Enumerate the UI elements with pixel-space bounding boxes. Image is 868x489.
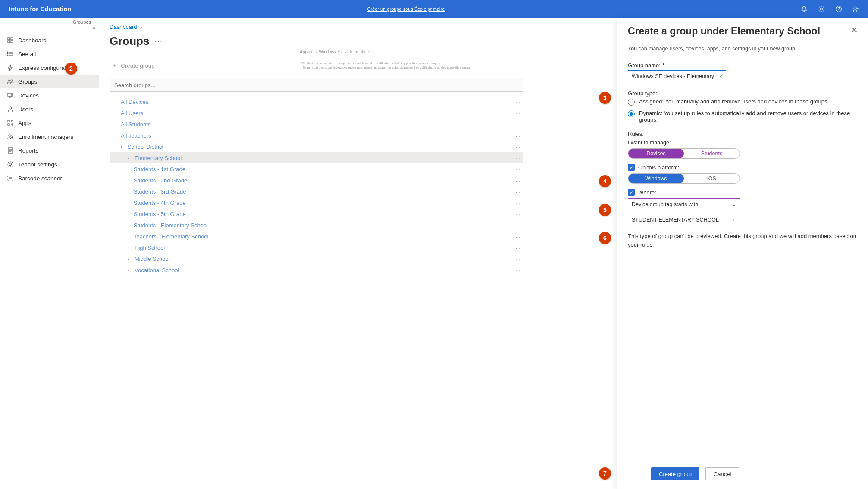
bell-icon[interactable] xyxy=(801,6,808,13)
row-more-icon[interactable]: ··· xyxy=(513,98,521,106)
tree-row[interactable]: Students - Elementary School··· xyxy=(110,219,523,231)
svg-point-12 xyxy=(7,55,8,56)
row-more-icon[interactable]: ··· xyxy=(513,233,521,240)
row-more-icon[interactable]: ··· xyxy=(513,222,521,229)
plus-icon: ＋ xyxy=(111,62,117,69)
sidebar-item-dashboard[interactable]: Dashboard xyxy=(0,33,99,47)
platform-windows-option[interactable]: Windows xyxy=(628,174,684,183)
chevron-right-icon: › xyxy=(128,267,132,273)
apps-icon xyxy=(7,119,14,126)
tree-row[interactable]: Students - 2nd Grade··· xyxy=(110,175,523,186)
tree-row[interactable]: Students - 5th Grade··· xyxy=(110,208,523,219)
manage-students-option[interactable]: Students xyxy=(684,149,740,158)
row-more-icon[interactable]: ··· xyxy=(513,255,521,263)
svg-rect-18 xyxy=(8,120,9,122)
radio-dynamic-label: Dynamic: You set up rules to automatical… xyxy=(639,110,858,123)
tree-row-label: Elementary School xyxy=(135,155,182,161)
manage-devices-option[interactable]: Devices xyxy=(628,149,684,158)
breadcrumb-link[interactable]: Dashboard xyxy=(110,24,137,30)
gear-icon[interactable] xyxy=(818,6,825,13)
sidebar-item-label: Users xyxy=(18,106,33,113)
row-more-icon[interactable]: ··· xyxy=(513,199,521,207)
where-value-dropdown[interactable]: STUDENT-ELEMENTARY-SCHOOL ✓ xyxy=(628,214,740,226)
radio-assigned[interactable]: Assigned: You manually add and remove us… xyxy=(628,98,858,106)
tree-row[interactable]: ›School District··· xyxy=(110,141,523,152)
callout-3: 3 xyxy=(599,92,611,104)
group-name-input[interactable] xyxy=(628,70,726,82)
create-group-button[interactable]: ＋ Create group xyxy=(110,59,157,72)
chevron-right-icon: › xyxy=(128,245,132,250)
create-group-submit-button[interactable]: Create group xyxy=(651,467,699,480)
sidebar-item-enrollment-managers[interactable]: Enrollment managers xyxy=(0,130,99,144)
row-more-icon[interactable]: ··· xyxy=(513,266,521,274)
page-title-more-icon[interactable]: ··· xyxy=(154,38,163,45)
tree-row-label: All Users xyxy=(121,110,143,116)
tree-row[interactable]: ›High School··· xyxy=(110,242,523,253)
sidebar-item-users[interactable]: Users xyxy=(0,102,99,116)
search-input[interactable] xyxy=(110,78,523,92)
enrollment-icon xyxy=(7,133,14,140)
row-more-icon[interactable]: ··· xyxy=(513,177,521,184)
row-more-icon[interactable]: ··· xyxy=(513,110,521,117)
svg-point-14 xyxy=(11,80,13,82)
sidebar-item-barcode-scanner[interactable]: Barcode scanner xyxy=(0,171,99,185)
feedback-icon[interactable] xyxy=(852,6,859,13)
where-checkbox[interactable]: ✓ xyxy=(628,189,635,196)
sidebar-item-reports[interactable]: Reports xyxy=(0,144,99,157)
tree-row[interactable]: Students - 3rd Grade··· xyxy=(110,186,523,197)
chevron-right-icon: › xyxy=(128,256,132,261)
help-icon[interactable] xyxy=(835,6,842,13)
row-more-icon[interactable]: ··· xyxy=(513,244,521,251)
close-icon[interactable]: ✕ xyxy=(851,25,858,35)
settings-icon xyxy=(7,161,14,168)
sidebar-item-devices[interactable]: Devices xyxy=(0,88,99,102)
row-more-icon[interactable]: ··· xyxy=(513,121,521,128)
sidebar-item-apps[interactable]: Apps xyxy=(0,116,99,130)
tree-row-label: High School xyxy=(135,244,165,251)
row-more-icon[interactable]: ··· xyxy=(513,154,521,162)
row-more-icon[interactable]: ··· xyxy=(513,188,521,195)
row-more-icon[interactable]: ··· xyxy=(513,166,521,173)
row-more-icon[interactable]: ··· xyxy=(513,132,521,139)
row-more-icon[interactable]: ··· xyxy=(513,210,521,218)
where-condition-dropdown[interactable]: Device group tag starts with ⌄ xyxy=(628,198,740,210)
dashboard-icon xyxy=(7,37,14,44)
tree-row[interactable]: All Devices··· xyxy=(110,96,523,107)
sidebar-item-label: Tenant settings xyxy=(18,161,57,168)
sidebar-item-groups[interactable]: Groups xyxy=(0,75,99,88)
platform-toggle: Windows iOS xyxy=(628,173,740,184)
svg-rect-5 xyxy=(8,41,10,43)
tree-row[interactable]: ›Vocational School··· xyxy=(110,264,523,276)
tree-row[interactable]: All Teachers··· xyxy=(110,130,523,141)
row-more-icon[interactable]: ··· xyxy=(513,143,521,150)
platform-checkbox[interactable]: ✓ xyxy=(628,164,635,171)
tree-row-label: Teachers - Elementary School xyxy=(134,233,208,240)
tree-row-label: All Students xyxy=(121,121,150,128)
tree-row-label: Students - 1st Grade xyxy=(134,166,185,172)
sidebar: Groupes « DashboardSee allExpress config… xyxy=(0,18,99,489)
topbar-center-link[interactable]: Créer un groupe sous École primaire xyxy=(367,6,445,12)
sidebar-item-see-all[interactable]: See all xyxy=(0,47,99,61)
sidebar-item-label: Barcode scanner xyxy=(18,175,62,182)
tree-row[interactable]: ›Elementary School··· xyxy=(110,152,523,163)
platform-ios-option[interactable]: iOS xyxy=(684,174,740,183)
tree-row[interactable]: ›Middle School··· xyxy=(110,253,523,264)
tree-row-label: Middle School xyxy=(135,256,170,262)
rule-note: This type of group can't be previewed. C… xyxy=(628,232,856,249)
tree-row[interactable]: Students - 1st Grade··· xyxy=(110,163,523,175)
sidebar-item-express-configuration[interactable]: Express configuration xyxy=(0,61,99,75)
tree-row[interactable]: All Users··· xyxy=(110,107,523,119)
sidebar-collapse-toggle[interactable]: « xyxy=(0,25,99,33)
svg-rect-19 xyxy=(11,120,13,122)
tree-row[interactable]: Students - 4th Grade··· xyxy=(110,197,523,208)
tree-row[interactable]: Teachers - Elementary School··· xyxy=(110,231,523,242)
top-bar: Intune for Education Créer un groupe sou… xyxy=(0,0,868,18)
cancel-button[interactable]: Cancel xyxy=(705,467,739,480)
tree-row[interactable]: All Students··· xyxy=(110,119,523,130)
radio-dynamic[interactable]: Dynamic: You set up rules to automatical… xyxy=(628,110,858,123)
tree-row-label: All Teachers xyxy=(121,132,151,139)
sidebar-item-label: Devices xyxy=(18,92,39,99)
sidebar-item-tenant-settings[interactable]: Tenant settings xyxy=(0,157,99,171)
check-icon: ✓ xyxy=(719,73,724,79)
chevron-right-icon: › xyxy=(141,24,142,30)
